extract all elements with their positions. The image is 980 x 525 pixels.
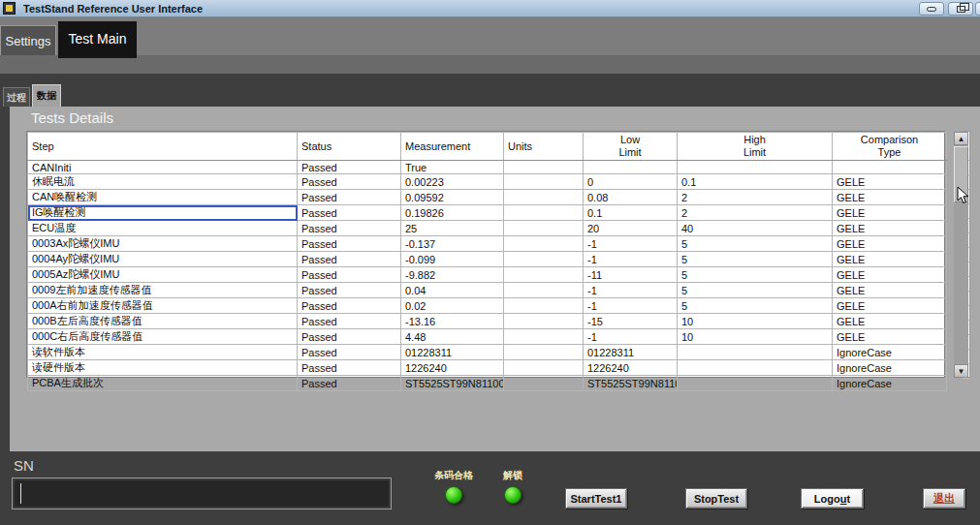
column-header[interactable]: Status (298, 133, 401, 161)
cell-step[interactable]: 0009左前加速度传感器值 (28, 283, 298, 298)
scroll-up-icon[interactable]: ▲ (954, 132, 968, 145)
table-row[interactable]: ECU温度 Passed 25 20 40 GELE (28, 221, 947, 236)
cell-measurement[interactable]: 0.19826 (401, 205, 504, 221)
cell-low-limit[interactable]: 0.1 (584, 205, 678, 221)
cell-comparison-type[interactable]: GELE (833, 314, 947, 329)
exit-button[interactable]: 退出 (923, 488, 965, 509)
cell-low-limit[interactable]: 01228311 (584, 345, 678, 360)
cell-units[interactable] (504, 174, 584, 190)
table-row[interactable]: 0004Ay陀螺仪IMU Passed -0.099 -1 5 GELE (28, 252, 947, 267)
cell-comparison-type[interactable]: GELE (833, 174, 947, 190)
minimize-button[interactable] (919, 2, 944, 15)
cell-low-limit[interactable]: -1 (584, 298, 678, 314)
cell-units[interactable] (504, 376, 584, 391)
column-header[interactable]: Comparison Type (833, 133, 947, 161)
cell-step[interactable]: 000B左后高度传感器值 (28, 314, 298, 329)
cell-low-limit[interactable]: ST5525ST99N811000 (584, 376, 678, 391)
cell-status[interactable]: Passed (298, 376, 401, 391)
cell-status[interactable]: Passed (298, 360, 401, 376)
cell-low-limit[interactable]: -15 (584, 314, 678, 329)
cell-units[interactable] (504, 314, 584, 329)
close-button[interactable] (975, 2, 980, 15)
cell-low-limit[interactable]: 0.08 (584, 190, 678, 205)
cell-step[interactable]: 读软件版本 (28, 345, 298, 360)
cell-status[interactable]: Passed (298, 252, 401, 267)
cell-status[interactable]: Passed (298, 345, 401, 360)
cell-measurement[interactable]: 01228311 (401, 345, 504, 360)
cell-comparison-type[interactable]: IgnoreCase (833, 345, 947, 360)
cell-step[interactable]: 0005Az陀螺仪IMU (28, 267, 298, 283)
cell-status[interactable]: Passed (298, 283, 401, 298)
cell-units[interactable] (504, 161, 584, 174)
cell-low-limit[interactable]: 1226240 (584, 360, 678, 376)
cell-comparison-type[interactable]: IgnoreCase (833, 376, 947, 391)
cell-step[interactable]: 000A右前加速度传感器值 (28, 298, 298, 314)
cell-high-limit[interactable] (678, 360, 833, 376)
cell-high-limit[interactable] (678, 376, 833, 391)
table-vertical-scrollbar[interactable]: ▲ ▼ (954, 132, 968, 378)
cell-low-limit[interactable]: -1 (584, 329, 678, 345)
cell-status[interactable]: Passed (298, 221, 401, 236)
cell-high-limit[interactable]: 10 (678, 329, 833, 345)
cell-comparison-type[interactable]: GELE (833, 329, 947, 345)
cell-comparison-type[interactable]: GELE (833, 190, 947, 205)
cell-comparison-type[interactable]: GELE (833, 221, 947, 236)
cell-units[interactable] (504, 329, 584, 345)
column-header[interactable]: Low Limit (584, 133, 678, 161)
cell-units[interactable] (504, 283, 584, 298)
cell-step[interactable]: ECU温度 (28, 221, 298, 236)
cell-measurement[interactable]: -0.137 (401, 236, 504, 252)
cell-measurement[interactable]: 25 (401, 221, 504, 236)
cell-step[interactable]: 休眠电流 (28, 174, 298, 190)
logout-button[interactable]: Logout (801, 488, 864, 509)
cell-measurement[interactable]: -0.099 (401, 252, 504, 267)
cell-units[interactable] (504, 360, 584, 376)
cell-status[interactable]: Passed (298, 190, 401, 205)
cell-high-limit[interactable]: 5 (678, 283, 833, 298)
cell-measurement[interactable]: 0.04 (401, 283, 504, 298)
subtab-data[interactable]: 数据 (32, 84, 61, 107)
cell-measurement[interactable]: 4.48 (401, 329, 504, 345)
cell-units[interactable] (504, 221, 584, 236)
column-header[interactable]: Step (28, 133, 298, 161)
cell-status[interactable]: Passed (298, 174, 401, 190)
table-row[interactable]: 读硬件版本 Passed 1226240 1226240 IgnoreCase (28, 360, 947, 376)
cell-status[interactable]: Passed (298, 267, 401, 283)
cell-low-limit[interactable]: 0 (584, 174, 678, 190)
cell-comparison-type[interactable]: GELE (833, 236, 947, 252)
cell-low-limit[interactable]: -1 (584, 236, 678, 252)
cell-low-limit[interactable]: 20 (584, 221, 678, 236)
cell-step[interactable]: 0003Ax陀螺仪IMU (28, 236, 298, 252)
cell-high-limit[interactable]: 2 (678, 190, 833, 205)
table-row[interactable]: IG唤醒检测 Passed 0.19826 0.1 2 GELE (28, 205, 947, 221)
cell-high-limit[interactable]: 2 (678, 205, 833, 221)
cell-measurement[interactable]: 0.09592 (401, 190, 504, 205)
cell-units[interactable] (504, 267, 584, 283)
table-row[interactable]: 0003Ax陀螺仪IMU Passed -0.137 -1 5 GELE (28, 236, 947, 252)
cell-step[interactable]: 读硬件版本 (28, 360, 298, 376)
column-header[interactable]: Units (504, 133, 584, 161)
cell-comparison-type[interactable]: IgnoreCase (833, 360, 947, 376)
cell-comparison-type[interactable]: GELE (833, 252, 947, 267)
cell-high-limit[interactable]: 10 (678, 314, 833, 329)
cell-units[interactable] (504, 345, 584, 360)
sn-input[interactable] (12, 478, 392, 510)
table-row[interactable]: CANIniti Passed True (28, 161, 947, 174)
cell-step[interactable]: 000C右后高度传感器值 (28, 329, 298, 345)
table-row[interactable]: 读软件版本 Passed 01228311 01228311 IgnoreCas… (28, 345, 947, 360)
table-row[interactable]: 000C右后高度传感器值 Passed 4.48 -1 10 GELE (28, 329, 947, 345)
cell-comparison-type[interactable]: GELE (833, 298, 947, 314)
cell-status[interactable]: Passed (298, 205, 401, 221)
table-row[interactable]: 0005Az陀螺仪IMU Passed -9.882 -11 5 GELE (28, 267, 947, 283)
cell-status[interactable]: Passed (298, 314, 401, 329)
cell-measurement[interactable]: 0.02 (401, 298, 504, 314)
cell-step[interactable]: 0004Ay陀螺仪IMU (28, 252, 298, 267)
scroll-down-icon[interactable]: ▼ (954, 364, 968, 378)
cell-comparison-type[interactable]: GELE (833, 205, 947, 221)
cell-measurement[interactable]: True (401, 161, 504, 174)
table-row[interactable]: 000B左后高度传感器值 Passed -13.16 -15 10 GELE (28, 314, 947, 329)
cell-high-limit[interactable]: 40 (678, 221, 833, 236)
cell-comparison-type[interactable] (833, 161, 947, 174)
cell-units[interactable] (504, 190, 584, 205)
cell-high-limit[interactable]: 5 (678, 298, 833, 314)
